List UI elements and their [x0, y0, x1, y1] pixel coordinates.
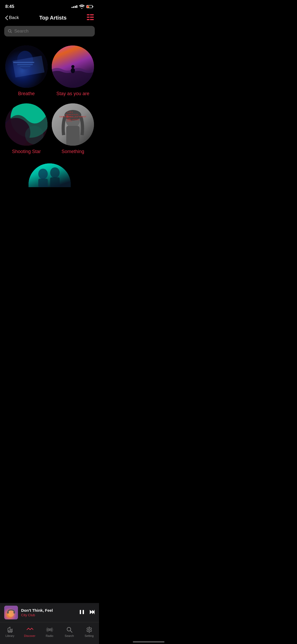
svg-rect-7	[87, 17, 89, 18]
artist-avatar-shooting	[5, 103, 48, 146]
artist-avatar-fifth	[29, 163, 71, 187]
search-input[interactable]	[14, 29, 91, 34]
header: Back Top Artists	[0, 12, 99, 24]
back-label: Back	[9, 15, 19, 20]
status-bar: 8:45 ⚡	[0, 0, 99, 12]
page-title: Top Artists	[39, 15, 67, 21]
artist-avatar-something: SARA BAREILLES AMIDST THE CHAOS	[52, 103, 94, 146]
svg-text:⚡: ⚡	[87, 6, 90, 8]
svg-rect-5	[87, 14, 89, 15]
artist-item-stay[interactable]: Stay as you are	[50, 43, 96, 101]
artist-item-shooting[interactable]: Shooting Star	[3, 101, 50, 159]
svg-point-13	[17, 51, 33, 69]
svg-rect-9	[87, 19, 89, 20]
list-view-icon	[87, 14, 94, 20]
artists-list: Breathe	[0, 41, 99, 229]
svg-rect-15	[17, 64, 33, 65]
svg-point-18	[71, 68, 75, 73]
fifth-row	[0, 161, 99, 187]
fifth-art	[29, 163, 71, 187]
back-button[interactable]: Back	[5, 15, 19, 20]
svg-point-0	[81, 8, 82, 9]
svg-rect-6	[90, 14, 94, 15]
svg-text:THE: THE	[67, 118, 70, 120]
shooting-art	[5, 103, 48, 146]
svg-rect-10	[90, 19, 94, 20]
battery-icon: ⚡	[86, 5, 94, 8]
status-icons: ⚡	[72, 4, 94, 9]
artist-name-shooting: Shooting Star	[12, 149, 41, 154]
artist-name-something: Something	[62, 149, 84, 154]
wifi-icon	[79, 4, 85, 9]
svg-rect-37	[50, 177, 60, 187]
status-time: 8:45	[5, 4, 14, 9]
something-art: SARA BAREILLES AMIDST THE CHAOS	[52, 103, 94, 146]
search-bar[interactable]	[4, 26, 95, 36]
search-icon	[8, 29, 12, 33]
svg-rect-14	[13, 62, 34, 63]
svg-rect-33	[29, 163, 71, 187]
svg-point-19	[71, 65, 74, 68]
svg-text:AMIDST: AMIDST	[66, 116, 73, 118]
artist-avatar-breathe	[5, 45, 48, 88]
artist-avatar-stay	[52, 45, 94, 88]
artist-item-breathe[interactable]: Breathe	[3, 43, 50, 101]
svg-text:BAREILLES: BAREILLES	[65, 113, 78, 116]
svg-rect-35	[38, 179, 48, 187]
svg-rect-26	[66, 126, 79, 146]
svg-rect-16	[20, 66, 30, 67]
svg-point-36	[50, 167, 60, 178]
svg-point-34	[38, 169, 48, 179]
artists-grid: Breathe	[0, 41, 99, 161]
artist-item-something[interactable]: SARA BAREILLES AMIDST THE CHAOS Somethin…	[50, 101, 96, 159]
svg-text:SARA: SARA	[67, 111, 73, 113]
back-chevron-icon	[5, 16, 8, 20]
artist-name-stay: Stay as you are	[56, 91, 89, 96]
stay-art	[52, 45, 94, 88]
artist-name-breathe: Breathe	[18, 91, 35, 96]
artist-item-fifth[interactable]	[3, 161, 96, 187]
signal-icon	[72, 5, 77, 8]
list-view-button[interactable]	[87, 14, 94, 21]
breathe-art	[5, 45, 48, 88]
svg-rect-8	[90, 17, 94, 18]
svg-text:CHAOS: CHAOS	[66, 120, 72, 122]
svg-rect-2	[93, 6, 93, 7]
